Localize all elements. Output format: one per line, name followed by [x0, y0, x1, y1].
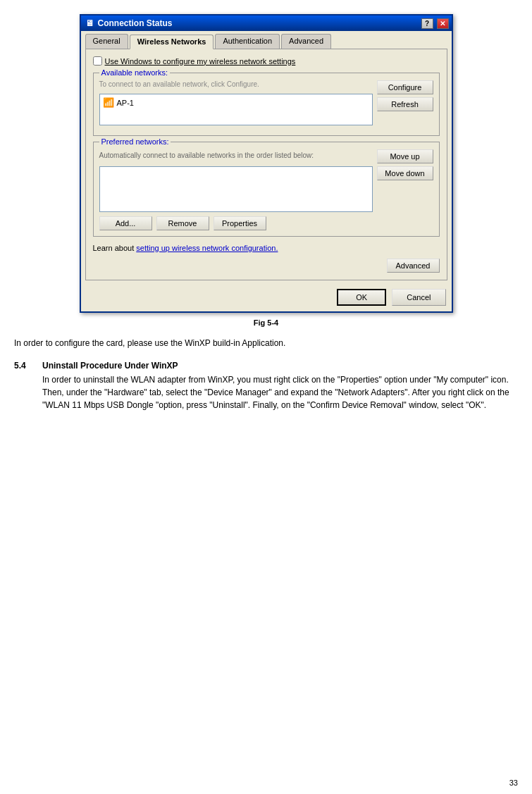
page-number: 33 — [509, 779, 518, 787]
preferred-networks-left: Automatically connect to available netwo… — [99, 149, 373, 230]
titlebar: 🖥 Connection Status ? ✕ — [81, 15, 452, 31]
figure-caption: Fig 5-4 — [7, 318, 525, 327]
connection-status-window: 🖥 Connection Status ? ✕ General Wireless… — [80, 14, 453, 313]
network-name: AP-1 — [117, 99, 134, 107]
preferred-networks-inner: Automatically connect to available netwo… — [99, 149, 433, 230]
move-up-button[interactable]: Move up — [377, 149, 433, 163]
refresh-button[interactable]: Refresh — [377, 97, 433, 111]
network-signal-icon: 📶 — [103, 97, 114, 108]
preferred-networks-section: Preferred networks: Automatically connec… — [93, 142, 440, 237]
preferred-hint: Automatically connect to available netwo… — [99, 151, 373, 161]
remove-button[interactable]: Remove — [156, 216, 209, 230]
available-hint: To connect to an available network, clic… — [99, 80, 373, 88]
move-down-button[interactable]: Move down — [377, 166, 433, 180]
preferred-networks-legend: Preferred networks: — [99, 137, 171, 146]
learn-row: Learn about setting up wireless network … — [93, 242, 440, 254]
advanced-button[interactable]: Advanced — [387, 259, 440, 273]
intro-paragraph: In order to configure the card, please u… — [14, 337, 518, 349]
available-networks-section: Available networks: To connect to an ava… — [93, 73, 440, 136]
use-windows-checkbox[interactable] — [93, 56, 102, 66]
ok-button[interactable]: OK — [337, 289, 386, 306]
titlebar-icon: 🖥 — [84, 18, 95, 29]
available-networks-inner: To connect to an available network, clic… — [99, 80, 433, 130]
section-body: In order to uninstall the WLAN adapter f… — [42, 373, 518, 411]
tab-general[interactable]: General — [85, 34, 128, 49]
help-button[interactable]: ? — [421, 18, 433, 29]
available-network-list: 📶 AP-1 — [99, 94, 373, 125]
tab-authentication[interactable]: Authentication — [215, 34, 280, 49]
network-item-ap1[interactable]: 📶 AP-1 — [103, 97, 134, 108]
use-windows-label: Use Windows to configure my wireless net… — [105, 57, 296, 66]
section-title: Uninstall Procedure Under WinXP — [42, 361, 178, 371]
properties-button[interactable]: Properties — [214, 216, 266, 230]
section-number: 5.4 — [14, 361, 35, 371]
learn-text: Learn about — [93, 244, 137, 252]
preferred-bottom-buttons: Add... Remove Properties — [99, 216, 373, 230]
tab-advanced[interactable]: Advanced — [281, 34, 331, 49]
advanced-row: Advanced — [93, 259, 440, 273]
preferred-buttons: Move up Move down — [377, 149, 433, 230]
preferred-network-list — [99, 166, 373, 212]
learn-link[interactable]: setting up wireless network configuratio… — [136, 244, 278, 252]
configure-button[interactable]: Configure — [377, 80, 433, 94]
available-networks-legend: Available networks: — [99, 68, 171, 77]
add-button[interactable]: Add... — [99, 216, 152, 230]
available-buttons: Configure Refresh — [377, 80, 433, 130]
available-networks-left: To connect to an available network, clic… — [99, 80, 373, 130]
titlebar-title: Connection Status — [98, 18, 418, 28]
section-heading: 5.4 Uninstall Procedure Under WinXP — [14, 361, 518, 371]
close-button[interactable]: ✕ — [437, 18, 449, 29]
dialog-buttons: OK Cancel — [81, 285, 452, 311]
tab-wireless-networks[interactable]: Wireless Networks — [130, 35, 214, 49]
tab-content: Use Windows to configure my wireless net… — [85, 49, 447, 280]
tab-bar: General Wireless Networks Authentication… — [81, 31, 452, 49]
cancel-button[interactable]: Cancel — [392, 289, 445, 306]
use-windows-checkbox-row: Use Windows to configure my wireless net… — [93, 56, 440, 66]
